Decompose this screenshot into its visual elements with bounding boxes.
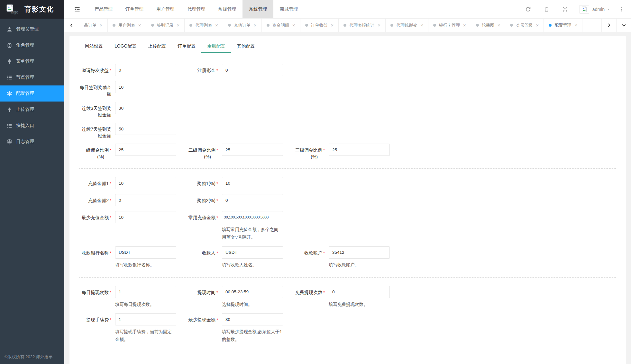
- open-tab[interactable]: 品订单 ×: [79, 19, 108, 32]
- form-input[interactable]: [222, 246, 283, 259]
- open-tab[interactable]: 订单收益 ×: [300, 19, 339, 32]
- form-input[interactable]: [329, 286, 390, 298]
- topnav-item-label: 系统管理: [249, 6, 267, 12]
- tabs-scroll-right-button[interactable]: [601, 19, 616, 32]
- settings-tab[interactable]: 订单配置: [172, 40, 201, 53]
- sidebar-item-badge[interactable]: 角色管理: [0, 37, 64, 53]
- tab-close-icon[interactable]: ×: [254, 23, 257, 28]
- settings-tab[interactable]: 余额配置: [201, 40, 231, 53]
- form-input[interactable]: [329, 246, 390, 259]
- sidebar-item-list[interactable]: 快捷入口: [0, 118, 64, 134]
- sidebar-item-log[interactable]: 日志管理: [0, 134, 64, 150]
- tab-status-dot: [343, 24, 346, 27]
- open-tab[interactable]: 轮播图 ×: [471, 19, 506, 32]
- settings-tab[interactable]: 上传配置: [142, 40, 172, 53]
- form-input[interactable]: [115, 194, 176, 206]
- settings-tab-label: 订单配置: [178, 43, 196, 49]
- more-vertical-button[interactable]: [617, 5, 625, 13]
- field-label: 注册彩金*: [186, 64, 218, 74]
- form-field: 收款银行名称* 填写收款银行名称。: [79, 246, 186, 269]
- tab-label: 代理表报统计: [349, 22, 374, 28]
- topnav-item-label: 订单管理: [125, 6, 143, 12]
- tab-status-dot: [510, 24, 513, 27]
- sidebar-item-user[interactable]: 管理员管理: [0, 21, 64, 37]
- tab-label: 代理线裂变: [396, 22, 417, 28]
- field-label: 常用充值金额*: [186, 211, 218, 221]
- tab-close-icon[interactable]: ×: [100, 23, 103, 28]
- topnav-item[interactable]: 产品管理: [88, 0, 119, 18]
- form-input[interactable]: [222, 144, 283, 156]
- form-input[interactable]: [115, 144, 176, 156]
- open-tab[interactable]: 代理表报统计 ×: [339, 19, 386, 32]
- topnav-item[interactable]: 商城管理: [273, 0, 304, 18]
- tabs-menu-button[interactable]: [616, 19, 631, 32]
- form-field: 收款人* 填写收款人姓名。: [186, 246, 293, 269]
- open-tab[interactable]: 资金明细 ×: [262, 19, 300, 32]
- open-tab[interactable]: 代理线裂变 ×: [386, 19, 428, 32]
- tab-close-icon[interactable]: ×: [138, 23, 141, 28]
- form-input[interactable]: [222, 64, 283, 76]
- settings-tab[interactable]: LOGO配置: [109, 40, 142, 53]
- settings-tab[interactable]: 网站设置: [79, 40, 109, 53]
- topnav-item-label: 代理管理: [187, 6, 205, 12]
- topnav-item[interactable]: 常规管理: [212, 0, 242, 18]
- form-input[interactable]: [222, 211, 283, 223]
- user-dropdown[interactable]: admin: [580, 5, 610, 13]
- open-tab[interactable]: 代理列表 ×: [185, 19, 223, 32]
- form-input[interactable]: [115, 211, 176, 223]
- tab-close-icon[interactable]: ×: [215, 23, 218, 28]
- form-input[interactable]: [115, 102, 176, 114]
- field-label: 提现时间*: [186, 286, 218, 296]
- topnav-item[interactable]: 订单管理: [119, 0, 150, 18]
- field-help-text: 填写收款人姓名。: [222, 261, 282, 269]
- form-input[interactable]: [115, 123, 176, 135]
- sidebar-item-upload[interactable]: 上传管理: [0, 102, 64, 118]
- required-asterisk: *: [216, 198, 218, 203]
- open-tab[interactable]: 银行卡管理 ×: [428, 19, 471, 32]
- tab-close-icon[interactable]: ×: [574, 23, 577, 28]
- settings-tab[interactable]: 其他配置: [231, 40, 261, 53]
- form-input[interactable]: [115, 177, 176, 189]
- open-tab[interactable]: 签到记录 ×: [146, 19, 185, 32]
- form-input[interactable]: [222, 194, 283, 206]
- tab-close-icon[interactable]: ×: [536, 23, 539, 28]
- open-tab[interactable]: 用户列表 ×: [108, 19, 146, 32]
- form-input[interactable]: [115, 313, 176, 325]
- tab-close-icon[interactable]: ×: [292, 23, 295, 28]
- form-field: 注册彩金*: [186, 64, 293, 76]
- required-asterisk: *: [110, 68, 111, 73]
- trash-button[interactable]: [542, 4, 551, 14]
- form-field: 提现时间* 选择提现时间。: [186, 286, 293, 308]
- tab-close-icon[interactable]: ×: [498, 23, 500, 28]
- tabs-scroll-left-button[interactable]: [64, 19, 79, 32]
- form-input[interactable]: [115, 246, 176, 259]
- form-input[interactable]: [115, 81, 176, 93]
- form-input[interactable]: [115, 64, 176, 76]
- form-input[interactable]: [222, 313, 283, 325]
- tab-close-icon[interactable]: ×: [420, 23, 423, 28]
- form-input[interactable]: [222, 177, 283, 189]
- sidebar-item-label: 日志管理: [16, 139, 34, 145]
- menu-collapse-icon[interactable]: [74, 6, 80, 13]
- open-tab[interactable]: 充值订单 ×: [223, 19, 262, 32]
- refresh-button[interactable]: [523, 4, 533, 14]
- sidebar-item-list[interactable]: 节点管理: [0, 69, 64, 85]
- fullscreen-button[interactable]: [560, 4, 570, 14]
- tab-close-icon[interactable]: ×: [331, 23, 334, 28]
- topnav-item[interactable]: 代理管理: [181, 0, 212, 18]
- tab-close-icon[interactable]: ×: [463, 23, 466, 28]
- form-input[interactable]: [329, 144, 390, 156]
- tab-close-icon[interactable]: ×: [378, 23, 380, 28]
- sidebar-item-label: 菜单管理: [16, 58, 34, 64]
- open-tab[interactable]: 会员等级 ×: [505, 19, 544, 32]
- form-field: 连续3天签到奖励金额: [79, 102, 186, 118]
- topnav-item[interactable]: 系统管理: [242, 0, 273, 18]
- sidebar-item-tree[interactable]: 菜单管理: [0, 53, 64, 69]
- sidebar-item-asterisk[interactable]: 配置管理: [0, 85, 64, 102]
- form-input[interactable]: [222, 286, 283, 298]
- user-icon: [6, 26, 12, 32]
- open-tab[interactable]: 配置管理 ×: [544, 19, 582, 32]
- topnav-item[interactable]: 用户管理: [150, 0, 181, 18]
- form-input[interactable]: [115, 286, 176, 298]
- tab-close-icon[interactable]: ×: [177, 23, 180, 28]
